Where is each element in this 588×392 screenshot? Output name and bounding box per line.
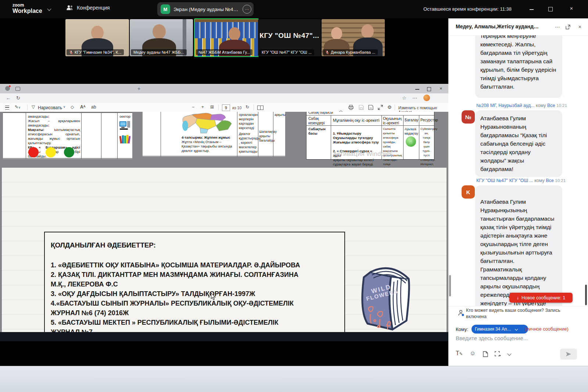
participant-video <box>91 26 104 40</box>
shared-screen-tab[interactable]: M Экран (Медеу ауданы №47 ЖБ ⋯ <box>157 2 254 16</box>
task-cell: 4-тапсырма: Жұппен жұмыс Жұпта «Менің От… <box>182 135 235 153</box>
zoom-in-icon[interactable]: + <box>201 104 204 110</box>
participant-label: №47 ЖББМ Атанбаева Гу... <box>196 49 252 55</box>
browser-close[interactable]: × <box>440 86 442 91</box>
rotate-icon[interactable]: ↻ <box>245 104 249 110</box>
video-tile[interactable]: КГУ "ОШ №47"... КГУ "ОШ №47" КГУ "ОШ ... <box>258 19 321 56</box>
read-aloud-icon[interactable]: ab <box>91 104 96 110</box>
save-icon[interactable] <box>359 105 364 110</box>
chat-close-icon[interactable]: × <box>578 24 581 30</box>
windows-taskbar: Temps to rise Thursday M Y zoom ∧ M РУС … <box>0 366 588 392</box>
shared-screen-taskbar[interactable]: o Я ⊞ P zm 12°C Cloudy zm КАЗ 10:22 31.0… <box>0 332 448 341</box>
back-icon[interactable]: ← <box>6 95 11 101</box>
new-tab-button[interactable]: + <box>137 86 140 92</box>
col-header: Мұғалімнің оқу іс-әрекеті <box>333 118 380 122</box>
chat-panel: Медеу, Алмалы,Жетісу аудандар... ⋯ × тер… <box>448 18 588 366</box>
fullscreen-icon[interactable] <box>378 105 383 110</box>
send-icon <box>566 352 571 357</box>
chat-header: Медеу, Алмалы,Жетісу аудандар... ⋯ × <box>448 18 588 36</box>
browser-minimize[interactable] <box>415 89 419 90</box>
chat-menu-icon[interactable]: ⋯ <box>555 24 560 30</box>
video-tile[interactable]: Медеу ауданы №47 ЖББ... <box>130 19 193 56</box>
chat-input[interactable] <box>455 335 578 342</box>
draw-funnel-icon[interactable]: ▽ <box>32 104 35 110</box>
conference-tab[interactable]: Конференция <box>66 5 110 11</box>
emoji-icon[interactable]: ☺ <box>470 350 476 357</box>
text-size-icon[interactable]: Aᴬ <box>80 104 86 110</box>
page-view-icon[interactable] <box>257 106 261 110</box>
reference-item: 1. «ӘДЕБИЕТТІК ОҚУ КІТАБЫНА» ҚОСЫМША МАТ… <box>51 260 308 270</box>
participants-icon <box>66 5 74 11</box>
participant-label: Медеу ауданы №47 ЖББ... <box>131 49 187 55</box>
traffic-light-red <box>28 147 39 157</box>
video-tile-active-speaker[interactable]: №47 ЖББМ Атанбаева Гу... <box>194 18 259 57</box>
references-title: ҚОЛДАНЫЛҒАН ӘДЕБИЕТТЕР: <box>51 241 156 249</box>
chevron-down-icon <box>515 328 518 331</box>
share-avatar: M <box>161 4 170 14</box>
kazakhstan-map-image <box>181 112 234 134</box>
fit-width-icon[interactable]: ⊞ <box>210 104 214 110</box>
browser-restore[interactable] <box>427 87 431 91</box>
refresh-icon[interactable]: ↻ <box>16 95 20 101</box>
video-tile[interactable]: Динара Курманбаева ... <box>322 19 385 56</box>
reference-item: 2. ҚАЗАҚ ТІЛІ. ДИКТАНТТАР МЕН МАЗМҰНДАМА… <box>51 270 308 289</box>
chat-message-bubble: Атанбаева Гулим Нуракыновнаның бағдарлам… <box>475 110 562 177</box>
chat-title: Медеу, Алмалы,Жетісу аудандар... <box>456 24 540 29</box>
zoom-logo: zoom Workplace <box>12 3 42 14</box>
chevron-down-icon[interactable] <box>47 7 51 11</box>
scrollbar-left[interactable] <box>449 275 451 296</box>
favorites-star-icon[interactable]: ☆ <box>402 95 406 101</box>
toc-icon[interactable] <box>5 106 9 110</box>
private-message-note: (личное сообщение) <box>525 327 569 332</box>
chevron-down-icon[interactable] <box>507 352 511 356</box>
video-tile[interactable]: КГУ "Гимназия №34", К... <box>65 19 129 56</box>
format-icon[interactable]: T✎ <box>456 350 463 357</box>
restore-button[interactable] <box>548 7 553 11</box>
gear-icon[interactable]: ⚙ <box>387 104 392 110</box>
computer-image <box>119 121 131 131</box>
chevron-down-icon[interactable]: ∨ <box>63 105 65 108</box>
thumbs-up-image: ☝ <box>406 136 416 147</box>
reference-item: 5. «БАСТАУЫШ МЕКТЕП » РЕСПУБЛИКАЛЫҚ ҒЫЛЫ… <box>51 318 308 332</box>
browser-tabbar: PPT авторлық Бахтыбике.pdf × Гулим Нұрақ… <box>0 84 448 93</box>
new-message-button[interactable]: ↓ Новое сообщение: 1 <box>509 293 573 303</box>
page-number-input[interactable]: 9 <box>222 104 230 111</box>
zoom-out-icon[interactable]: − <box>192 104 194 110</box>
chat-message-bubble: тереңірек меңгеруіне көмектеседі. Жалпы,… <box>475 35 562 98</box>
close-button[interactable]: × <box>566 5 577 11</box>
pdf-page-fragment: амандасады; Жасыл – арқаларымен амандаса… <box>3 113 132 159</box>
col-header: Ресурстар <box>420 118 433 122</box>
references-list: 1. «ӘДЕБИЕТТІК ОҚУ КІТАБЫНА» ҚОСЫМША МАТ… <box>51 260 308 332</box>
participant-label: КГУ "ОШ №47" КГУ "ОШ ... <box>259 49 314 55</box>
attach-file-icon[interactable] <box>483 351 488 357</box>
share-options-button[interactable]: ⋯ <box>243 5 251 14</box>
profile-badge <box>9 85 11 87</box>
chat-messages[interactable]: тереңірек меңгеруіне көмектеседі. Жалпы,… <box>448 35 588 306</box>
save-as-icon[interactable] <box>368 105 373 110</box>
popout-icon[interactable] <box>566 25 570 29</box>
screenshot-icon[interactable] <box>495 351 501 357</box>
mouse-cursor <box>211 293 216 300</box>
recipient-dropdown[interactable]: Гимназия 34 Anasta... <box>472 325 528 334</box>
draw-label[interactable]: Нарисовать <box>38 105 62 110</box>
participant-name-overlay: КГУ "ОШ №47"... <box>258 32 321 40</box>
pdf-page-current: ҚОЛДАНЫЛҒАН ӘДЕБИЕТТЕР: 1. «ӘДЕБИЕТТІК О… <box>2 168 447 332</box>
pdf-canvas[interactable]: амандасады; Жасыл – арқаларымен амандаса… <box>0 112 448 332</box>
tab-group-icon[interactable] <box>15 87 20 91</box>
col-header: Оқушының іс-әрекеті <box>383 117 402 125</box>
pen-tool-icon[interactable]: ✎∨ <box>15 104 21 110</box>
participant-label: КГУ "Гимназия №34", К... <box>67 49 124 55</box>
references-box: ҚОЛДАНЫЛҒАН ӘДЕБИЕТТЕР: 1. «ӘДЕБИЕТТІК О… <box>44 232 345 332</box>
minimize-button[interactable] <box>530 9 534 10</box>
eraser-icon[interactable]: ◇ <box>71 104 74 110</box>
print-icon[interactable] <box>348 105 354 110</box>
zoom-titlebar: zoom Workplace Конференция M Экран (Меде… <box>0 0 588 18</box>
avatar: № <box>462 110 475 124</box>
reference-item: 4.«БАСТАУЫШ СЫНЫП ЖУРНАЛЫ» РЕСПУБЛИКАЛЫҚ… <box>51 299 308 318</box>
browser-avatar[interactable] <box>423 95 430 101</box>
browser-menu-icon[interactable]: ⋯ <box>412 95 417 101</box>
scrollbar-right[interactable] <box>585 285 587 305</box>
send-button[interactable] <box>560 349 577 360</box>
browser-addressbar: ← ↻ ⓘ Файл | C:/Users/пк/Desktop/вебинар… <box>0 93 448 103</box>
message-header: №208 МГ, Наурызбай ауд... кому Все 10:21 <box>476 103 567 108</box>
